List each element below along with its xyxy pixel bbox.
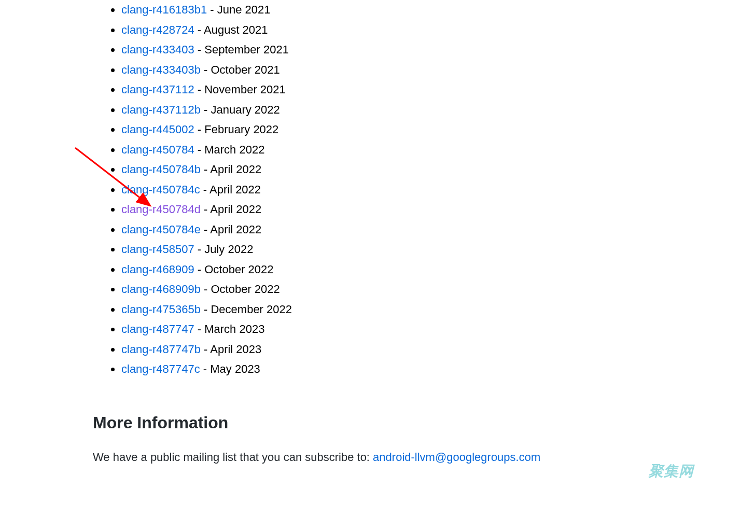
- clang-version-date: March 2023: [204, 323, 264, 335]
- separator: -: [194, 243, 205, 256]
- separator: -: [201, 283, 211, 296]
- clang-version-date: January 2022: [211, 103, 279, 116]
- list-item: clang-r450784c - April 2022: [121, 180, 663, 200]
- list-item: clang-r437112b - January 2022: [121, 100, 663, 120]
- separator: -: [201, 203, 210, 216]
- list-item: clang-r468909b - October 2022: [121, 279, 663, 300]
- clang-version-link[interactable]: clang-r475365b: [121, 303, 201, 316]
- clang-version-date: June 2021: [217, 3, 271, 16]
- separator: -: [194, 83, 205, 96]
- mailing-list-link[interactable]: android-llvm@googlegroups.com: [373, 451, 540, 464]
- clang-version-date: November 2021: [204, 83, 286, 96]
- list-item: clang-r416183b1 - June 2021: [121, 0, 663, 20]
- clang-version-date: February 2022: [204, 123, 278, 136]
- clang-version-date: April 2022: [209, 183, 261, 196]
- list-item: clang-r468909 - October 2022: [121, 260, 663, 280]
- list-item: clang-r458507 - July 2022: [121, 240, 663, 260]
- clang-version-date: May 2023: [210, 362, 260, 375]
- clang-version-list: clang-r416183b1 - June 2021clang-r428724…: [93, 0, 663, 380]
- clang-version-link[interactable]: clang-r450784e: [121, 223, 201, 236]
- clang-version-link[interactable]: clang-r437112: [121, 83, 194, 96]
- clang-version-link[interactable]: clang-r468909b: [121, 283, 201, 296]
- clang-version-link[interactable]: clang-r437112b: [121, 103, 201, 116]
- clang-version-date: October 2022: [211, 283, 279, 296]
- clang-version-date: April 2022: [210, 223, 261, 236]
- clang-version-date: August 2021: [204, 23, 268, 36]
- separator: -: [194, 43, 205, 56]
- document-content: clang-r416183b1 - June 2021clang-r428724…: [77, 0, 679, 488]
- list-item: clang-r450784d - April 2022: [121, 200, 663, 220]
- separator: -: [201, 103, 211, 116]
- clang-version-date: March 2022: [204, 143, 264, 156]
- separator: -: [201, 343, 210, 356]
- clang-version-link[interactable]: clang-r433403: [121, 43, 194, 56]
- list-item: clang-r450784b - April 2022: [121, 160, 663, 180]
- more-information-heading: More Information: [93, 408, 663, 437]
- clang-version-date: April 2022: [210, 203, 261, 216]
- clang-version-date: December 2022: [211, 303, 292, 316]
- separator: -: [194, 123, 205, 136]
- list-item: clang-r450784e - April 2022: [121, 220, 663, 240]
- separator: -: [194, 23, 204, 36]
- list-item: clang-r487747c - May 2023: [121, 359, 663, 380]
- clang-version-link[interactable]: clang-r450784: [121, 143, 194, 156]
- separator: -: [194, 263, 205, 276]
- clang-version-date: October 2022: [204, 263, 273, 276]
- clang-version-link[interactable]: clang-r433403b: [121, 63, 201, 76]
- clang-version-date: April 2023: [210, 343, 261, 356]
- list-item: clang-r437112 - November 2021: [121, 80, 663, 100]
- list-item: clang-r445002 - February 2022: [121, 120, 663, 140]
- clang-version-link[interactable]: clang-r450784c: [121, 183, 200, 196]
- list-item: clang-r487747b - April 2023: [121, 340, 663, 360]
- clang-version-date: September 2021: [204, 43, 289, 56]
- list-item: clang-r487747 - March 2023: [121, 319, 663, 340]
- separator: -: [207, 3, 217, 16]
- list-item: clang-r450784 - March 2022: [121, 140, 663, 160]
- clang-version-link[interactable]: clang-r445002: [121, 123, 194, 136]
- separator: -: [200, 362, 211, 375]
- clang-version-link[interactable]: clang-r487747c: [121, 362, 200, 375]
- clang-version-link[interactable]: clang-r416183b1: [121, 3, 207, 16]
- separator: -: [194, 143, 205, 156]
- list-item: clang-r428724 - August 2021: [121, 20, 663, 40]
- clang-version-link[interactable]: clang-r450784d: [121, 203, 201, 216]
- clang-version-link[interactable]: clang-r487747: [121, 323, 194, 335]
- separator: -: [201, 303, 211, 316]
- separator: -: [194, 323, 205, 335]
- clang-version-link[interactable]: clang-r487747b: [121, 343, 201, 356]
- clang-version-link[interactable]: clang-r458507: [121, 243, 194, 256]
- clang-version-date: October 2021: [211, 63, 279, 76]
- mailing-list-paragraph: We have a public mailing list that you c…: [93, 447, 663, 468]
- clang-version-link[interactable]: clang-r428724: [121, 23, 194, 36]
- watermark-text: 聚集网: [649, 458, 694, 484]
- separator: -: [201, 163, 210, 176]
- list-item: clang-r433403 - September 2021: [121, 40, 663, 60]
- separator: -: [201, 223, 210, 236]
- list-item: clang-r433403b - October 2021: [121, 60, 663, 80]
- clang-version-link[interactable]: clang-r450784b: [121, 163, 201, 176]
- mailing-list-text: We have a public mailing list that you c…: [93, 451, 373, 464]
- separator: -: [201, 63, 211, 76]
- separator: -: [200, 183, 209, 196]
- clang-version-link[interactable]: clang-r468909: [121, 263, 194, 276]
- list-item: clang-r475365b - December 2022: [121, 300, 663, 320]
- clang-version-date: April 2022: [210, 163, 261, 176]
- clang-version-date: July 2022: [204, 243, 253, 256]
